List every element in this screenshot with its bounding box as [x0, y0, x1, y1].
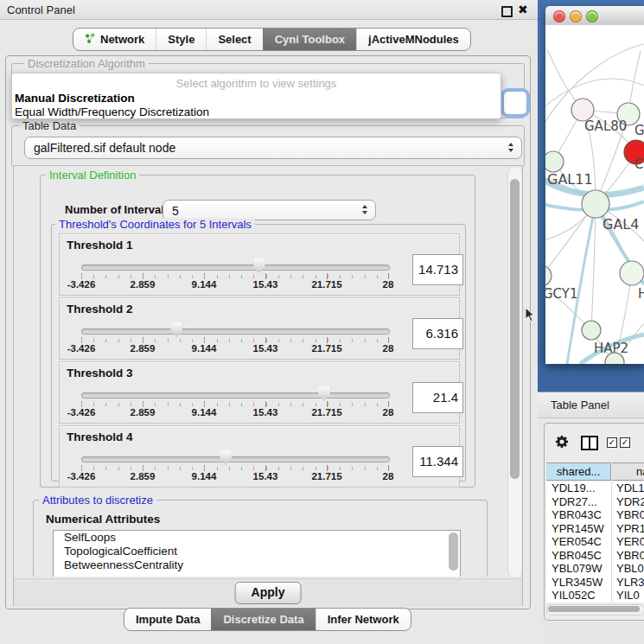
threshold-slider-track[interactable] [81, 392, 390, 399]
horizontal-scrollbar-thumb[interactable] [548, 606, 640, 612]
tab-select[interactable]: Select [206, 29, 262, 50]
number-of-intervals-label: Number of Intervals [65, 203, 170, 216]
table-row[interactable]: YBL079WYBL0 [546, 562, 644, 576]
cell-name: YIL0 [616, 589, 644, 603]
tick-label: 15.43 [253, 471, 278, 481]
threshold-slider-thumb[interactable] [253, 258, 265, 273]
cell-shared-name: YIL052C [552, 589, 611, 603]
checkbox-icon-1[interactable]: ✓ [607, 437, 617, 448]
numerical-attributes-heading: Numerical Attributes [46, 513, 160, 526]
node-h [620, 261, 644, 285]
column-header-shared-name[interactable]: shared... [546, 462, 611, 481]
tick-label: 15.43 [253, 279, 278, 290]
checkbox-icon-2[interactable]: ✓ [620, 437, 630, 448]
tick-label: 21.715 [311, 279, 341, 290]
panel-scrollbar[interactable] [507, 168, 521, 577]
close-icon[interactable]: ✖ [518, 3, 528, 16]
node-gcy1 [545, 265, 552, 286]
network-canvas[interactable]: GAL80 GA C GAL11 GAL4 GCY1 H HAP2 [545, 25, 644, 364]
cell-shared-name: YBR043C [552, 508, 611, 522]
interval-group-title: Interval Definition [46, 169, 139, 182]
slider-minor-ticks [81, 339, 389, 342]
column-divider [611, 522, 612, 536]
network-icon [85, 33, 96, 47]
node-gal11 [545, 151, 564, 172]
label-hap2: HAP2 [594, 341, 628, 356]
horizontal-scrollbar[interactable] [546, 604, 644, 615]
tab-discretize-data[interactable]: Discretize Data [211, 609, 315, 630]
threshold-label: Threshold 1 [67, 239, 133, 252]
threshold-value-field[interactable]: 14.713 [412, 254, 463, 285]
tick-label: -3.426 [67, 343, 96, 354]
tab-cyni-toolbox[interactable]: Cyni Toolbox [263, 29, 356, 50]
table-panel-titlebar: Table Panel [538, 392, 644, 418]
table-data-combo-value: galFiltered.sif default node [34, 141, 175, 155]
attribute-list-item[interactable]: SelfLoops [54, 531, 460, 545]
tab-style[interactable]: Style [156, 29, 206, 50]
table-row[interactable]: YER054CYER0 [546, 535, 644, 549]
label-gal4: GAL4 [603, 216, 639, 233]
threshold-value-field[interactable]: 21.4 [412, 382, 463, 413]
table-row[interactable]: YIL052CYIL0 [546, 589, 644, 603]
close-traffic-light[interactable] [553, 10, 565, 22]
gear-icon[interactable] [555, 435, 569, 452]
column-header-name[interactable]: na [612, 462, 644, 481]
threshold-value-field[interactable]: 6.316 [412, 318, 463, 349]
cyni-main-panel: Discretization Algorithm Table Data galF… [5, 55, 531, 609]
tick-label: 2.859 [131, 343, 156, 354]
split-columns-icon[interactable] [581, 436, 598, 450]
table-row[interactable]: YBR043CYBR0 [546, 508, 644, 522]
column-divider [611, 576, 612, 590]
algorithm-combo-focused[interactable] [503, 91, 527, 115]
apply-button[interactable]: Apply [235, 582, 302, 604]
number-of-intervals-value: 5 [172, 204, 179, 218]
slider-tick-labels: -3.4262.8599.14415.4321.71528 [81, 471, 389, 483]
table-row[interactable]: YPR145WYPR1 [546, 522, 644, 536]
tab-network[interactable]: Network [73, 29, 156, 50]
attribute-items: SelfLoopsTopologicalCoefficientBetweenne… [54, 531, 460, 572]
threshold-value-field[interactable]: 11.344 [412, 446, 463, 477]
float-window-icon[interactable] [501, 6, 513, 17]
settings-inner-panel: Interval Definition Number of Intervals … [13, 165, 523, 607]
tab-label: Cyni Toolbox [275, 33, 345, 46]
threshold-slider-track[interactable] [81, 456, 390, 462]
tick-label: 28 [383, 407, 394, 418]
threshold-slider-thumb[interactable] [170, 322, 182, 337]
attribute-list-item[interactable]: BetweennessCentrality [54, 558, 460, 572]
list-scrollbar[interactable] [449, 532, 458, 571]
label-gcy1: GCY1 [545, 286, 578, 302]
option-manual-discretization[interactable]: Manual Discretization [15, 92, 135, 105]
table-data-combo[interactable]: galFiltered.sif default node [24, 137, 522, 159]
column-divider [611, 481, 612, 495]
threshold-slider-thumb[interactable] [220, 450, 232, 465]
combo-spinner-icon [362, 205, 367, 214]
numerical-attributes-list[interactable]: SelfLoopsTopologicalCoefficientBetweenne… [53, 530, 461, 577]
bottom-tabbar: Impute Data Discretize Data Infer Networ… [124, 608, 411, 631]
tab-jactivemnodules[interactable]: jActiveMNodules [356, 29, 470, 50]
threshold-slider-thumb[interactable] [318, 386, 330, 401]
tab-infer-network[interactable]: Infer Network [316, 609, 411, 630]
node-table-window: ✓ ✓ shared... na YDL19...YDL1YDR27...YDR… [544, 423, 644, 621]
threshold-slider-track[interactable] [81, 265, 390, 271]
zoom-traffic-light[interactable] [586, 10, 598, 22]
tab-impute-data[interactable]: Impute Data [124, 609, 211, 630]
cell-shared-name: YER054C [552, 535, 611, 549]
label-h: H [638, 286, 644, 302]
threshold-slider-track[interactable] [81, 328, 390, 335]
table-data-group-title: Table Data [19, 119, 80, 132]
table-row[interactable]: YLR345WYLR3 [546, 576, 644, 590]
slider-tick-labels: -3.4262.8599.14415.4321.71528 [81, 407, 389, 419]
option-equal-width-frequency[interactable]: Equal Width/Frequency Discretization [15, 105, 209, 118]
column-divider [611, 562, 612, 576]
table-row[interactable]: YDL19...YDL1 [546, 481, 644, 495]
cell-shared-name: YDL19... [552, 481, 611, 495]
slider-tick-labels: -3.4262.8599.14415.4321.71528 [81, 343, 389, 355]
network-window-titlebar[interactable] [545, 6, 644, 26]
panel-scrollbar-thumb[interactable] [510, 179, 520, 479]
cell-name: YDL1 [616, 481, 644, 495]
minimize-traffic-light[interactable] [570, 10, 582, 22]
attribute-list-item[interactable]: TopologicalCoefficient [54, 545, 460, 558]
tab-label: Discretize Data [223, 613, 303, 626]
table-row[interactable]: YBR045CYBR0 [546, 549, 644, 563]
table-row[interactable]: YDR27...YDR2 [546, 495, 644, 509]
